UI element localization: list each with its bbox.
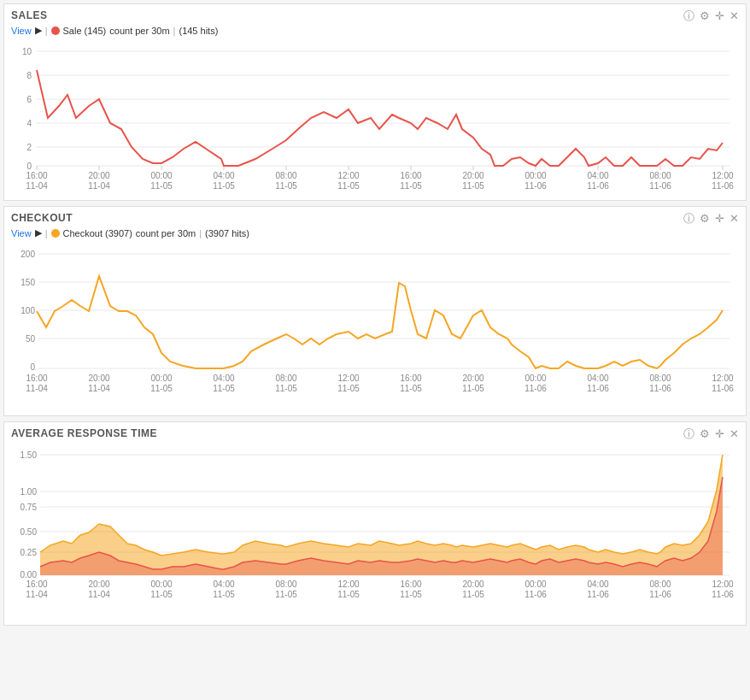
- sales-close-icon[interactable]: ✕: [729, 10, 739, 21]
- svg-text:04:00: 04:00: [213, 579, 234, 589]
- svg-text:11-05: 11-05: [462, 181, 484, 191]
- svg-text:12:00: 12:00: [337, 374, 359, 383]
- svg-text:11-05: 11-05: [150, 384, 173, 393]
- avg-response-line-orange: [40, 455, 723, 556]
- sales-info-icon[interactable]: ⓘ: [683, 10, 694, 21]
- svg-text:16:00: 16:00: [400, 171, 421, 180]
- sales-add-icon[interactable]: ✛: [715, 10, 724, 21]
- svg-text:11-05: 11-05: [213, 384, 235, 393]
- checkout-panel-icons: ⓘ ⚙ ✛ ✕: [683, 213, 739, 224]
- svg-text:0.25: 0.25: [21, 548, 38, 557]
- checkout-line: [37, 276, 723, 368]
- svg-text:20:00: 20:00: [88, 579, 109, 589]
- avg-response-panel-header: AVERAGE RESPONSE TIME ⓘ ⚙ ✛ ✕: [11, 427, 739, 439]
- svg-text:11-06: 11-06: [524, 590, 547, 599]
- svg-text:11-04: 11-04: [26, 181, 48, 191]
- y-label: 4: [26, 119, 32, 128]
- sales-legend-arrow: ▶: [35, 25, 42, 36]
- checkout-legend-dot: [51, 229, 60, 238]
- sales-legend-metric: count per 30m: [109, 26, 169, 36]
- svg-text:00:00: 00:00: [150, 171, 172, 180]
- svg-text:11-05: 11-05: [400, 384, 422, 393]
- svg-text:08:00: 08:00: [275, 171, 296, 180]
- sales-legend-label: Sale (145): [63, 26, 107, 36]
- avg-response-title: AVERAGE RESPONSE TIME: [11, 427, 157, 439]
- svg-text:11-05: 11-05: [275, 590, 297, 599]
- checkout-gear-icon[interactable]: ⚙: [700, 213, 710, 224]
- svg-text:16:00: 16:00: [26, 171, 47, 180]
- y-label: 6: [26, 95, 32, 104]
- svg-text:20:00: 20:00: [462, 171, 483, 180]
- sales-line: [37, 70, 723, 166]
- svg-text:12:00: 12:00: [712, 374, 733, 383]
- svg-text:11-04: 11-04: [26, 384, 48, 393]
- svg-text:0: 0: [30, 362, 35, 372]
- sales-gear-icon[interactable]: ⚙: [700, 10, 710, 21]
- svg-text:20:00: 20:00: [462, 579, 483, 589]
- svg-text:11-06: 11-06: [712, 384, 734, 393]
- svg-text:12:00: 12:00: [712, 171, 733, 180]
- svg-text:16:00: 16:00: [400, 374, 421, 383]
- svg-text:11-05: 11-05: [337, 181, 360, 191]
- svg-text:00:00: 00:00: [524, 374, 546, 383]
- svg-text:11-06: 11-06: [712, 181, 734, 191]
- y-label: 10: [22, 47, 32, 56]
- svg-text:11-06: 11-06: [524, 181, 547, 191]
- checkout-legend-label: Checkout (3907): [63, 228, 132, 238]
- svg-text:12:00: 12:00: [712, 579, 733, 589]
- checkout-legend-hits: (3907 hits): [205, 228, 249, 238]
- checkout-info-icon[interactable]: ⓘ: [683, 213, 694, 224]
- svg-text:11-05: 11-05: [462, 384, 484, 393]
- checkout-legend-arrow: ▶: [35, 227, 42, 238]
- avg-response-add-icon[interactable]: ✛: [715, 428, 724, 439]
- sales-legend: View ▶ | Sale (145) count per 30m | (145…: [11, 25, 739, 36]
- svg-text:11-06: 11-06: [712, 590, 734, 599]
- svg-text:08:00: 08:00: [649, 171, 671, 180]
- sales-view-link[interactable]: View: [11, 26, 32, 36]
- svg-text:11-06: 11-06: [649, 181, 671, 191]
- avg-response-info-icon[interactable]: ⓘ: [683, 428, 694, 439]
- checkout-view-link[interactable]: View: [11, 228, 32, 238]
- svg-text:08:00: 08:00: [275, 579, 296, 589]
- checkout-chart-container: 200 150 100 50 0 16:00 20:00 00:00 04:00…: [11, 242, 739, 409]
- svg-text:11-05: 11-05: [337, 384, 360, 393]
- sales-legend-hits: (145 hits): [179, 26, 218, 36]
- svg-text:00:00: 00:00: [150, 579, 172, 589]
- svg-text:11-05: 11-05: [400, 181, 422, 191]
- svg-text:11-05: 11-05: [275, 181, 297, 191]
- avg-response-close-icon[interactable]: ✕: [729, 428, 739, 439]
- svg-text:16:00: 16:00: [400, 579, 421, 589]
- avg-response-gear-icon[interactable]: ⚙: [700, 428, 710, 439]
- checkout-chart: 200 150 100 50 0 16:00 20:00 00:00 04:00…: [11, 242, 739, 409]
- svg-text:1.50: 1.50: [21, 450, 38, 460]
- svg-text:08:00: 08:00: [649, 374, 671, 383]
- checkout-add-icon[interactable]: ✛: [715, 213, 724, 224]
- svg-text:16:00: 16:00: [26, 374, 47, 383]
- svg-text:00:00: 00:00: [150, 374, 172, 383]
- svg-text:08:00: 08:00: [649, 579, 671, 589]
- svg-text:11-06: 11-06: [587, 590, 609, 599]
- svg-text:11-05: 11-05: [337, 590, 360, 599]
- sales-chart: 10 8 6 4 2 0: [11, 39, 739, 193]
- svg-text:04:00: 04:00: [213, 171, 234, 180]
- svg-text:11-06: 11-06: [587, 181, 609, 191]
- y-label: 2: [26, 143, 32, 152]
- sales-panel-header: SALES ⓘ ⚙ ✛ ✕: [11, 9, 739, 21]
- avg-response-area-orange: [40, 455, 723, 575]
- avg-response-chart-container: 1.50 1.00 0.75 0.50 0.25 0.00 16:00: [11, 443, 739, 618]
- svg-text:20:00: 20:00: [88, 374, 109, 383]
- svg-text:11-05: 11-05: [213, 590, 235, 599]
- svg-text:11-04: 11-04: [88, 384, 110, 393]
- svg-text:11-05: 11-05: [150, 590, 173, 599]
- svg-text:11-04: 11-04: [88, 181, 110, 191]
- svg-text:0.00: 0.00: [21, 570, 38, 579]
- svg-text:0.75: 0.75: [21, 503, 38, 512]
- avg-response-chart: 1.50 1.00 0.75 0.50 0.25 0.00 16:00: [11, 443, 739, 618]
- checkout-panel-header: CHECKOUT ⓘ ⚙ ✛ ✕: [11, 212, 739, 224]
- sales-panel: SALES ⓘ ⚙ ✛ ✕ View ▶ | Sale (145) count …: [3, 3, 747, 201]
- x-axis-avgresponse: 16:00 20:00 00:00 04:00 08:00 12:00 16:0…: [26, 579, 734, 599]
- x-axis-checkout: 16:00 20:00 00:00 04:00 08:00 12:00 16:0…: [26, 374, 734, 393]
- avg-response-panel: AVERAGE RESPONSE TIME ⓘ ⚙ ✛ ✕ 1.50 1.00 …: [3, 421, 747, 626]
- checkout-close-icon[interactable]: ✕: [729, 213, 739, 224]
- svg-text:150: 150: [21, 278, 35, 287]
